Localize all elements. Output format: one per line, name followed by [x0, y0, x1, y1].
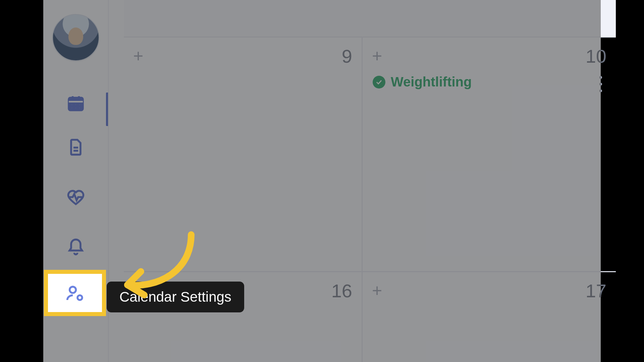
event-weightlifting[interactable]: Weightlifting: [373, 74, 472, 89]
svg-point-7: [71, 107, 73, 109]
svg-point-5: [75, 104, 76, 106]
document-icon: [66, 137, 85, 156]
day-cell-17[interactable]: + 17: [363, 272, 616, 362]
add-event-icon[interactable]: +: [372, 47, 382, 65]
avatar[interactable]: [52, 14, 99, 61]
day-number: 9: [342, 45, 352, 67]
day-cell-10[interactable]: + 10 Weightlifting: [363, 38, 616, 272]
tooltip-calendar-settings: Calendar Settings: [107, 282, 244, 312]
day-number: 10: [586, 45, 606, 67]
tooltip-text: Calendar Settings: [119, 289, 231, 305]
calendar-header-band: [124, 0, 616, 38]
day-cell-9[interactable]: + 9: [124, 38, 363, 272]
screenshot-stage: + 9 + 10 Weightlifting: [0, 0, 644, 362]
svg-point-12: [69, 287, 76, 293]
calendar-grid: + 9 + 10 Weightlifting: [124, 38, 616, 362]
add-event-icon[interactable]: +: [372, 282, 382, 299]
event-menu-icon[interactable]: [596, 76, 606, 92]
sidebar-item-notifications[interactable]: [43, 238, 108, 257]
add-event-icon[interactable]: +: [133, 47, 143, 65]
heart-rate-icon: [66, 188, 85, 206]
user-settings-icon: [66, 284, 85, 302]
svg-point-6: [79, 104, 80, 106]
svg-point-13: [77, 295, 82, 300]
svg-point-4: [71, 104, 73, 106]
sidebar-item-calendar[interactable]: [43, 94, 108, 113]
event-title: Weightlifting: [391, 74, 472, 89]
check-circle-icon: [373, 76, 385, 88]
calendar-icon: [66, 94, 85, 113]
svg-point-8: [75, 107, 76, 109]
day-number: 16: [331, 280, 352, 302]
sidebar-item-health[interactable]: [43, 188, 108, 206]
sidebar-item-calendar-settings[interactable]: [44, 270, 106, 316]
bell-icon: [66, 238, 85, 257]
svg-point-9: [79, 107, 80, 109]
day-number: 17: [586, 280, 606, 302]
sidebar-item-documents[interactable]: [43, 137, 108, 156]
